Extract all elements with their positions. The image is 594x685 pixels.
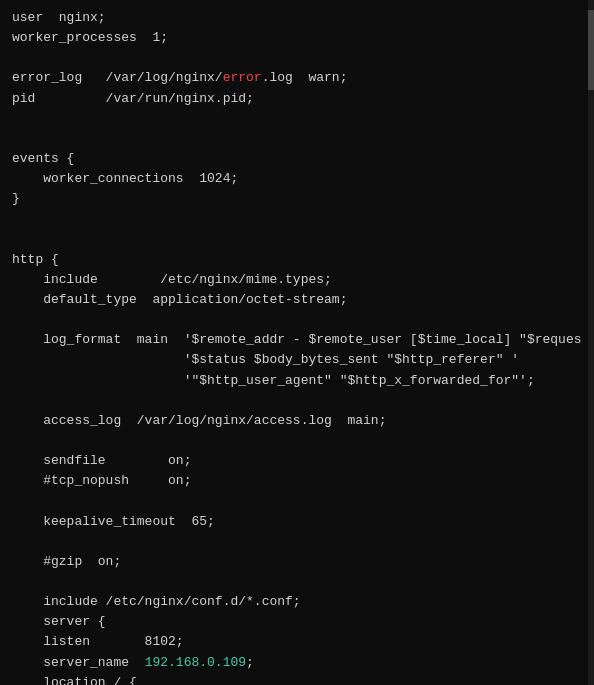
line-29 [0, 572, 594, 592]
line-21: access_log /var/log/nginx/access.log mai… [0, 411, 594, 431]
line-text [12, 230, 20, 250]
line-text: pid /var/run/nginx.pid; [12, 89, 254, 109]
scrollbar[interactable] [588, 0, 594, 685]
line-text [12, 48, 20, 68]
line-16 [0, 310, 594, 330]
line-15: default_type application/octet-stream; [0, 290, 594, 310]
line-33: server_name 192.168.0.109; [0, 653, 594, 673]
line-1: user nginx; [0, 8, 594, 28]
line-text: '"$http_user_agent" "$http_x_forwarded_f… [12, 371, 535, 391]
line-text: log_format main '$remote_addr - $remote_… [12, 330, 582, 350]
line-11 [0, 209, 594, 229]
line-text: server_name 192.168.0.109; [12, 653, 254, 673]
line-18: '$status $body_bytes_sent "$http_referer… [0, 350, 594, 370]
line-6 [0, 109, 594, 129]
line-text: sendfile on; [12, 451, 191, 471]
line-22 [0, 431, 594, 451]
line-32: listen 8102; [0, 632, 594, 652]
line-text: server { [12, 612, 106, 632]
line-17: log_format main '$remote_addr - $remote_… [0, 330, 594, 350]
scrollbar-thumb[interactable] [588, 10, 594, 90]
line-8: events { [0, 149, 594, 169]
line-text [12, 391, 20, 411]
line-text: location / { [12, 673, 137, 685]
line-text: } [12, 189, 20, 209]
line-28: #gzip on; [0, 552, 594, 572]
line-text: default_type application/octet-stream; [12, 290, 347, 310]
line-23: sendfile on; [0, 451, 594, 471]
line-text: worker_connections 1024; [12, 169, 238, 189]
line-12 [0, 230, 594, 250]
line-text: keepalive_timeout 65; [12, 512, 215, 532]
line-4: error_log /var/log/nginx/error.log warn; [0, 68, 594, 88]
line-text: include /etc/nginx/mime.types; [12, 270, 332, 290]
line-text: events { [12, 149, 74, 169]
line-text: #tcp_nopush on; [12, 471, 191, 491]
line-text: error_log /var/log/nginx/error.log warn; [12, 68, 347, 88]
line-text: include /etc/nginx/conf.d/*.conf; [12, 592, 301, 612]
line-text [12, 109, 20, 129]
line-text [12, 491, 20, 511]
line-14: include /etc/nginx/mime.types; [0, 270, 594, 290]
line-text [12, 431, 20, 451]
line-text: worker_processes 1; [12, 28, 168, 48]
line-text: listen 8102; [12, 632, 184, 652]
line-text [12, 572, 20, 592]
line-26: keepalive_timeout 65; [0, 512, 594, 532]
line-text [12, 209, 20, 229]
line-7 [0, 129, 594, 149]
line-text [12, 129, 20, 149]
line-text: user nginx; [12, 8, 106, 28]
line-27 [0, 532, 594, 552]
line-3 [0, 48, 594, 68]
line-19: '"$http_user_agent" "$http_x_forwarded_f… [0, 371, 594, 391]
line-9: worker_connections 1024; [0, 169, 594, 189]
line-text [12, 532, 20, 552]
line-20 [0, 391, 594, 411]
line-31: server { [0, 612, 594, 632]
line-5: pid /var/run/nginx.pid; [0, 89, 594, 109]
code-editor: user nginx; worker_processes 1; error_lo… [0, 0, 594, 685]
line-24: #tcp_nopush on; [0, 471, 594, 491]
line-13: http { [0, 250, 594, 270]
line-25 [0, 491, 594, 511]
line-34: location / { [0, 673, 594, 685]
line-2: worker_processes 1; [0, 28, 594, 48]
line-text: '$status $body_bytes_sent "$http_referer… [12, 350, 519, 370]
line-30: include /etc/nginx/conf.d/*.conf; [0, 592, 594, 612]
line-10: } [0, 189, 594, 209]
line-text: #gzip on; [12, 552, 121, 572]
line-text: http { [12, 250, 59, 270]
line-text: access_log /var/log/nginx/access.log mai… [12, 411, 386, 431]
line-text [12, 310, 20, 330]
